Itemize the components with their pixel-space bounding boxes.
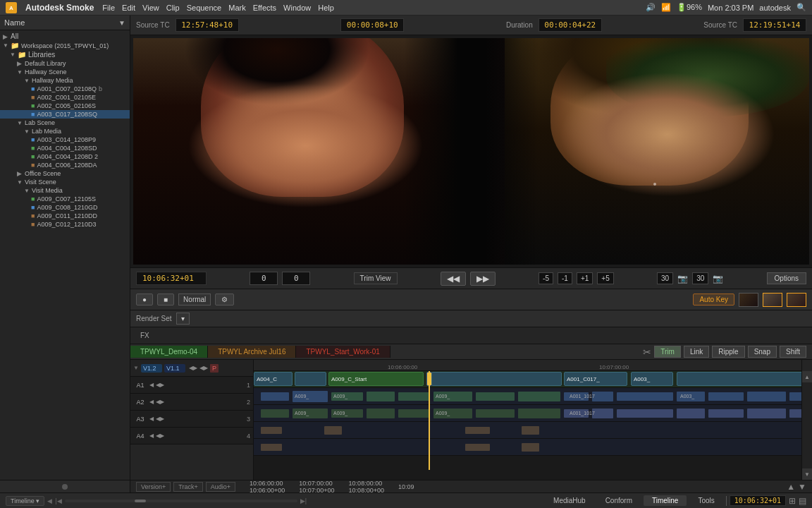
version-plus-btn[interactable]: Version+: [136, 482, 171, 492]
sidebar-item-libraries[interactable]: ▼ 📁 Libraries: [0, 50, 130, 59]
normal-dropdown[interactable]: Normal: [178, 294, 211, 306]
scroll-up-icon[interactable]: ▲: [787, 482, 795, 492]
minus-1-btn[interactable]: -1: [558, 272, 572, 284]
duration-value[interactable]: 00:00:04+22: [539, 18, 602, 32]
left-frame-count[interactable]: 0: [250, 272, 278, 285]
v-clip-4[interactable]: [431, 372, 562, 386]
frame-count-1[interactable]: 30: [657, 272, 673, 284]
frame-count-2[interactable]: 30: [692, 272, 708, 284]
v-clip-1[interactable]: A004_C: [254, 372, 293, 386]
scroll-right-icon[interactable]: ▶|: [300, 497, 307, 504]
menu-clip[interactable]: Clip: [166, 4, 180, 12]
a1-btn2[interactable]: ◀▶: [156, 382, 164, 388]
thumb-2[interactable]: [763, 293, 782, 307]
menu-edit[interactable]: Edit: [122, 4, 135, 12]
sidebar-clip-2[interactable]: ■ A002_C001_02105E: [0, 93, 130, 102]
v-clip-5[interactable]: A001_C017_: [564, 372, 627, 386]
sidebar-item-workspace[interactable]: ▼ 📁 Workspace (2015_TPWYL_01): [0, 41, 130, 50]
layout-icon[interactable]: ▤: [799, 496, 806, 506]
sidebar-item-lab-media[interactable]: ▼ Lab Media: [0, 127, 130, 135]
expand-icon[interactable]: ⊞: [789, 496, 796, 506]
sidebar-item-visit-scene[interactable]: ▼ Visit Scene: [0, 178, 130, 186]
tl-tab-work[interactable]: TPWYL_Start_Work-01: [296, 346, 390, 358]
sidebar-clip-9[interactable]: ■ A009_C007_12105S: [0, 195, 130, 203]
a3-btn2[interactable]: ◀▶: [156, 416, 164, 422]
a4-btn1[interactable]: ◀: [149, 433, 154, 439]
menu-help[interactable]: Help: [318, 4, 334, 12]
sidebar-item-lab-scene[interactable]: ▼ Lab Scene: [0, 119, 130, 127]
scroll-left-icon[interactable]: |◀: [55, 497, 61, 504]
sidebar-clip-7[interactable]: ■ A004_C004_1208D 2: [0, 152, 130, 161]
sidebar-clip-10[interactable]: ■ A009_C008_1210GD: [0, 203, 130, 212]
options-button[interactable]: Options: [767, 272, 806, 284]
tl-tab-archive[interactable]: TPWYL Archive Jul16: [208, 346, 296, 358]
timeline-btn[interactable]: Timeline ▾: [6, 496, 44, 506]
rec-btn[interactable]: ●: [136, 294, 153, 306]
scroll-up-btn[interactable]: ▲: [802, 371, 812, 382]
fx-label[interactable]: FX: [136, 332, 154, 339]
trim-btn[interactable]: Trim: [654, 346, 681, 358]
menu-mark[interactable]: Mark: [228, 4, 245, 12]
menu-window[interactable]: Window: [283, 4, 311, 12]
sidebar-clip-1[interactable]: ■ A001_C007_02108Q b: [0, 85, 130, 93]
render-set-dropdown[interactable]: ▾: [176, 313, 190, 325]
playhead[interactable]: [429, 371, 430, 470]
source-tc-right-value[interactable]: 12:19:51+14: [743, 18, 806, 32]
snap-btn[interactable]: Snap: [748, 346, 777, 358]
mediahub-tab[interactable]: MediaHub: [545, 495, 594, 506]
trim-view-label[interactable]: Trim View: [354, 272, 398, 284]
next-frame-btn[interactable]: ▶▶: [470, 272, 496, 286]
sidebar-clip-11[interactable]: ■ A009_C011_1210DD: [0, 212, 130, 220]
chevron-left[interactable]: ◀: [47, 497, 52, 504]
autokey-btn[interactable]: Auto Key: [693, 294, 734, 306]
a2-btn2[interactable]: ◀▶: [156, 399, 164, 405]
v-clip-2[interactable]: [295, 372, 326, 386]
gear-btn[interactable]: ⚙: [215, 294, 234, 306]
menu-effects[interactable]: Effects: [253, 4, 276, 12]
stop-btn[interactable]: ■: [157, 294, 174, 306]
sidebar-clip-5[interactable]: ■ A003_C014_1208P9: [0, 135, 130, 144]
thumb-3[interactable]: [787, 293, 806, 307]
right-frame-count[interactable]: 0: [282, 272, 310, 285]
scroll-down-icon[interactable]: ▼: [798, 482, 806, 492]
track-plus-btn[interactable]: Track+: [173, 482, 202, 492]
sidebar-clip-8[interactable]: ■ A004_C006_1208DA: [0, 161, 130, 169]
bottom-timecode[interactable]: 10:06:32+01: [730, 495, 786, 506]
sidebar-item-hallway-scene[interactable]: ▼ Hallway Scene: [0, 68, 130, 76]
sidebar-clip-12[interactable]: ■ A009_C012_1210D3: [0, 220, 130, 229]
minus-5-btn[interactable]: -5: [539, 272, 553, 284]
thumb-1[interactable]: [739, 293, 758, 307]
sidebar-collapse-btn[interactable]: ▼: [118, 19, 125, 27]
sidebar-item-default-library[interactable]: ▶ Default Library: [0, 59, 130, 68]
timeline-tab[interactable]: Timeline: [644, 495, 687, 506]
tl-tab-demo[interactable]: TPWYL_Demo-04: [130, 346, 208, 358]
tools-tab[interactable]: Tools: [689, 495, 722, 506]
middle-tc-value[interactable]: 00:00:08+10: [340, 18, 404, 32]
prev-frame-btn[interactable]: ◀◀: [441, 272, 466, 286]
link-btn[interactable]: Link: [684, 346, 709, 358]
sidebar-item-visit-media[interactable]: ▼ Visit Media: [0, 186, 130, 195]
a2-btn1[interactable]: ◀: [149, 399, 154, 405]
viewer-timecode[interactable]: 10:06:32+01: [136, 272, 207, 285]
ripple-btn[interactable]: Ripple: [712, 346, 744, 358]
source-tc-left-value[interactable]: 12:57:48+10: [176, 18, 239, 32]
sidebar-clip-3[interactable]: ■ A002_C005_02106S: [0, 102, 130, 110]
v-clip-6[interactable]: A003_: [631, 372, 673, 386]
scroll-bar[interactable]: [65, 500, 297, 502]
track-arrows[interactable]: ◀▶: [189, 365, 197, 371]
plus-1-btn[interactable]: +1: [577, 272, 593, 284]
menu-file[interactable]: File: [102, 4, 115, 12]
patch-btn[interactable]: P: [210, 364, 219, 373]
plus-5-btn[interactable]: +5: [597, 272, 613, 284]
a4-btn2[interactable]: ◀▶: [156, 433, 164, 439]
a1-btn1[interactable]: ◀: [149, 382, 154, 388]
v-clip-3[interactable]: A009_C_Start: [328, 372, 424, 386]
v-clip-7[interactable]: [677, 372, 801, 386]
menu-view[interactable]: View: [142, 4, 159, 12]
audio-plus-btn[interactable]: Audio+: [206, 482, 235, 492]
sidebar-clip-4[interactable]: ■ A003_C017_1208SQ: [0, 110, 130, 119]
sidebar-clip-6[interactable]: ■ A004_C004_1208SD: [0, 144, 130, 152]
menu-sequence[interactable]: Sequence: [187, 4, 222, 12]
scroll-down-btn[interactable]: ▼: [802, 468, 812, 480]
a3-btn1[interactable]: ◀: [149, 416, 154, 422]
